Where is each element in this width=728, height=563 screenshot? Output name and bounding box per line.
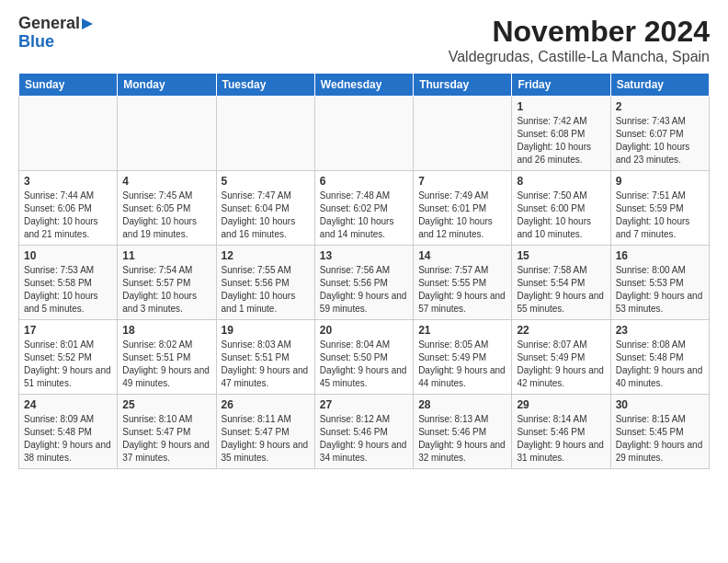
calendar-cell: 28Sunrise: 8:13 AM Sunset: 5:46 PM Dayli… (414, 395, 512, 469)
day-info: Sunrise: 7:54 AM Sunset: 5:57 PM Dayligh… (122, 264, 210, 316)
calendar-day-header: Saturday (610, 74, 709, 97)
day-info: Sunrise: 8:01 AM Sunset: 5:52 PM Dayligh… (24, 339, 112, 390)
calendar-cell: 5Sunrise: 7:47 AM Sunset: 6:04 PM Daylig… (216, 171, 314, 246)
calendar-cell (216, 97, 314, 171)
day-number: 26 (222, 398, 310, 411)
calendar-header: SundayMondayTuesdayWednesdayThursdayFrid… (19, 74, 710, 97)
day-number: 11 (122, 249, 210, 262)
day-number: 6 (320, 175, 408, 188)
calendar-cell: 18Sunrise: 8:02 AM Sunset: 5:51 PM Dayli… (118, 320, 216, 395)
day-number: 20 (320, 324, 408, 337)
day-info: Sunrise: 7:51 AM Sunset: 5:59 PM Dayligh… (616, 190, 704, 241)
day-number: 12 (222, 249, 310, 262)
location-title: Valdegrudas, Castille-La Mancha, Spain (449, 49, 710, 65)
calendar-cell: 8Sunrise: 7:50 AM Sunset: 6:00 PM Daylig… (512, 171, 610, 246)
calendar-cell: 27Sunrise: 8:12 AM Sunset: 5:46 PM Dayli… (314, 395, 413, 469)
day-info: Sunrise: 7:43 AM Sunset: 6:07 PM Dayligh… (616, 115, 704, 167)
logo: General Blue (18, 15, 93, 52)
day-info: Sunrise: 7:45 AM Sunset: 6:05 PM Dayligh… (122, 190, 210, 241)
day-number: 15 (517, 249, 605, 262)
day-info: Sunrise: 8:10 AM Sunset: 5:47 PM Dayligh… (122, 413, 210, 465)
day-number: 18 (122, 324, 210, 337)
calendar-cell: 6Sunrise: 7:48 AM Sunset: 6:02 PM Daylig… (314, 171, 413, 246)
calendar-cell: 7Sunrise: 7:49 AM Sunset: 6:01 PM Daylig… (414, 171, 512, 246)
day-number: 9 (616, 175, 704, 188)
day-info: Sunrise: 8:04 AM Sunset: 5:50 PM Dayligh… (320, 339, 408, 390)
day-info: Sunrise: 7:57 AM Sunset: 5:55 PM Dayligh… (418, 264, 506, 316)
day-info: Sunrise: 7:47 AM Sunset: 6:04 PM Dayligh… (222, 190, 310, 241)
day-number: 1 (517, 100, 605, 113)
calendar-cell: 22Sunrise: 8:07 AM Sunset: 5:49 PM Dayli… (512, 320, 610, 395)
day-number: 7 (418, 175, 506, 188)
calendar-cell: 23Sunrise: 8:08 AM Sunset: 5:48 PM Dayli… (610, 320, 709, 395)
calendar-cell: 1Sunrise: 7:42 AM Sunset: 6:08 PM Daylig… (512, 97, 610, 171)
calendar-cell: 17Sunrise: 8:01 AM Sunset: 5:52 PM Dayli… (19, 320, 118, 395)
calendar-cell: 19Sunrise: 8:03 AM Sunset: 5:51 PM Dayli… (216, 320, 314, 395)
day-info: Sunrise: 7:58 AM Sunset: 5:54 PM Dayligh… (517, 264, 605, 316)
calendar-cell (118, 97, 216, 171)
day-number: 27 (320, 398, 408, 411)
day-info: Sunrise: 7:53 AM Sunset: 5:58 PM Dayligh… (24, 264, 112, 316)
calendar-cell: 13Sunrise: 7:56 AM Sunset: 5:56 PM Dayli… (314, 246, 413, 320)
calendar-cell (414, 97, 512, 171)
day-info: Sunrise: 7:56 AM Sunset: 5:56 PM Dayligh… (320, 264, 408, 316)
calendar-cell: 3Sunrise: 7:44 AM Sunset: 6:06 PM Daylig… (19, 171, 118, 246)
day-number: 23 (616, 324, 704, 337)
calendar-day-header: Wednesday (314, 74, 413, 97)
day-number: 8 (517, 175, 605, 188)
logo-icon (82, 18, 93, 29)
calendar-day-header: Monday (118, 74, 216, 97)
calendar-cell (314, 97, 413, 171)
calendar-cell (19, 97, 118, 171)
calendar-cell: 26Sunrise: 8:11 AM Sunset: 5:47 PM Dayli… (216, 395, 314, 469)
day-info: Sunrise: 8:00 AM Sunset: 5:53 PM Dayligh… (616, 264, 704, 316)
calendar-day-header: Tuesday (216, 74, 314, 97)
day-info: Sunrise: 7:48 AM Sunset: 6:02 PM Dayligh… (320, 190, 408, 241)
day-info: Sunrise: 7:55 AM Sunset: 5:56 PM Dayligh… (222, 264, 310, 316)
day-info: Sunrise: 8:09 AM Sunset: 5:48 PM Dayligh… (24, 413, 112, 465)
calendar-cell: 25Sunrise: 8:10 AM Sunset: 5:47 PM Dayli… (118, 395, 216, 469)
calendar-cell: 30Sunrise: 8:15 AM Sunset: 5:45 PM Dayli… (610, 395, 709, 469)
logo-blue: Blue (18, 33, 93, 52)
day-number: 22 (517, 324, 605, 337)
calendar-cell: 4Sunrise: 7:45 AM Sunset: 6:05 PM Daylig… (118, 171, 216, 246)
day-number: 10 (24, 249, 112, 262)
day-info: Sunrise: 8:15 AM Sunset: 5:45 PM Dayligh… (616, 413, 704, 465)
calendar: SundayMondayTuesdayWednesdayThursdayFrid… (18, 73, 710, 469)
day-info: Sunrise: 7:44 AM Sunset: 6:06 PM Dayligh… (24, 190, 112, 241)
day-number: 16 (616, 249, 704, 262)
day-info: Sunrise: 8:05 AM Sunset: 5:49 PM Dayligh… (418, 339, 506, 390)
day-info: Sunrise: 7:49 AM Sunset: 6:01 PM Dayligh… (418, 190, 506, 241)
title-block: November 2024 Valdegrudas, Castille-La M… (449, 15, 710, 65)
day-number: 25 (122, 398, 210, 411)
calendar-day-header: Sunday (19, 74, 118, 97)
header: General Blue November 2024 Valdegrudas, … (18, 15, 710, 65)
day-number: 3 (24, 175, 112, 188)
calendar-cell: 14Sunrise: 7:57 AM Sunset: 5:55 PM Dayli… (414, 246, 512, 320)
calendar-day-header: Friday (512, 74, 610, 97)
day-number: 21 (418, 324, 506, 337)
day-info: Sunrise: 7:42 AM Sunset: 6:08 PM Dayligh… (517, 115, 605, 167)
day-info: Sunrise: 8:08 AM Sunset: 5:48 PM Dayligh… (616, 339, 704, 390)
month-title: November 2024 (449, 15, 710, 49)
day-number: 14 (418, 249, 506, 262)
calendar-cell: 10Sunrise: 7:53 AM Sunset: 5:58 PM Dayli… (19, 246, 118, 320)
day-info: Sunrise: 8:03 AM Sunset: 5:51 PM Dayligh… (222, 339, 310, 390)
day-number: 19 (222, 324, 310, 337)
day-number: 24 (24, 398, 112, 411)
calendar-cell: 29Sunrise: 8:14 AM Sunset: 5:46 PM Dayli… (512, 395, 610, 469)
day-number: 5 (222, 175, 310, 188)
day-number: 4 (122, 175, 210, 188)
day-info: Sunrise: 8:13 AM Sunset: 5:46 PM Dayligh… (418, 413, 506, 465)
calendar-cell: 21Sunrise: 8:05 AM Sunset: 5:49 PM Dayli… (414, 320, 512, 395)
calendar-cell: 9Sunrise: 7:51 AM Sunset: 5:59 PM Daylig… (610, 171, 709, 246)
day-number: 2 (616, 100, 704, 113)
day-number: 17 (24, 324, 112, 337)
calendar-cell: 24Sunrise: 8:09 AM Sunset: 5:48 PM Dayli… (19, 395, 118, 469)
calendar-cell: 2Sunrise: 7:43 AM Sunset: 6:07 PM Daylig… (610, 97, 709, 171)
calendar-cell: 16Sunrise: 8:00 AM Sunset: 5:53 PM Dayli… (610, 246, 709, 320)
day-number: 29 (517, 398, 605, 411)
day-info: Sunrise: 8:02 AM Sunset: 5:51 PM Dayligh… (122, 339, 210, 390)
day-number: 28 (418, 398, 506, 411)
day-info: Sunrise: 8:07 AM Sunset: 5:49 PM Dayligh… (517, 339, 605, 390)
